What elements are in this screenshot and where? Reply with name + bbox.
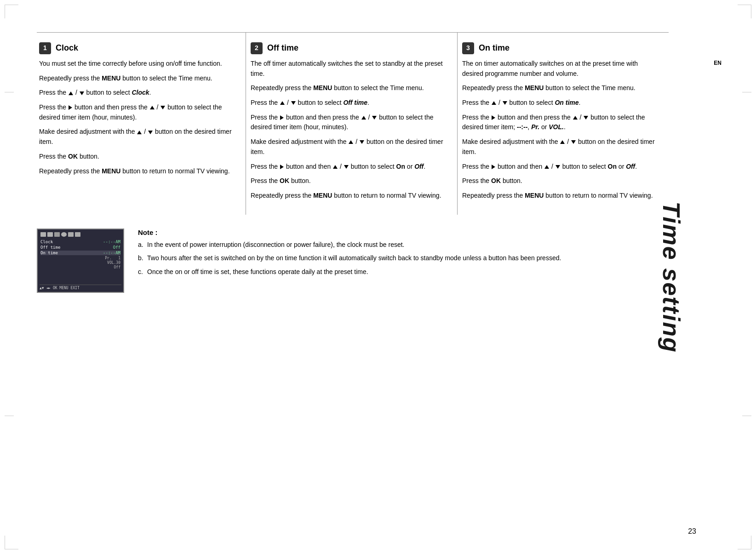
- section-number-3: 3: [462, 42, 474, 54]
- corner-bl: [5, 536, 18, 549]
- note-letter-a: a.: [138, 240, 143, 250]
- offtime-p1: The off timer automatically switches the…: [251, 59, 448, 79]
- clock-p1: You must set the time correctly before u…: [39, 59, 236, 69]
- note-item-c: c. Once the on or off time is set, these…: [138, 267, 669, 277]
- clock-p5: Make desired adjustment with the / butto…: [39, 127, 236, 147]
- tv-row-clock: Clock --:--AM: [40, 240, 120, 244]
- tv-ontime-value: --:--AM: [103, 251, 120, 255]
- column-clock: 1 Clock You must set the time correctly …: [37, 33, 246, 215]
- clock-p2: Repeatedly press the MENU button to sele…: [39, 74, 236, 84]
- tv-icon-4: [61, 232, 67, 237]
- page-number: 23: [688, 527, 696, 536]
- note-text-c: Once the on or off time is set, these fu…: [147, 268, 368, 275]
- tick-left-top: [5, 92, 14, 92]
- note-item-a: a. In the event of power interruption (d…: [138, 240, 669, 250]
- note-list: a. In the event of power interruption (d…: [138, 240, 669, 277]
- clock-p7: Repeatedly press the MENU button to retu…: [39, 166, 236, 177]
- ontime-p4: Press the button and then press the / bu…: [462, 113, 659, 132]
- corner-tl: [5, 5, 18, 18]
- bottom-section: Clock --:--AM Off time Off On time --:--…: [37, 228, 669, 293]
- tv-offtime-label: Off time: [40, 245, 60, 250]
- page-wrapper: EN Time setting 23 1 Clock You must set …: [0, 0, 756, 554]
- section-header-ontime: 3 On time: [462, 42, 659, 54]
- tv-icon-5: [68, 232, 74, 237]
- section-header-offtime: 2 Off time: [251, 42, 448, 54]
- tv-sub-off: Off: [40, 265, 120, 269]
- tv-row-ontime: On time --:--AM: [40, 251, 120, 255]
- offtime-p3: Press the / button to select Off time.: [251, 98, 448, 108]
- section-header-clock: 1 Clock: [39, 42, 236, 54]
- section-number-2: 2: [251, 42, 263, 54]
- tv-icon-2: [47, 232, 53, 237]
- tv-clock-value: --:--AM: [103, 240, 120, 244]
- clock-p3: Press the / button to select Clock.: [39, 88, 236, 98]
- tick-right-top: [742, 92, 751, 92]
- section-title-offtime: Off time: [267, 42, 298, 54]
- tv-clock-label: Clock: [40, 240, 53, 244]
- offtime-p8: Repeatedly press the MENU button to retu…: [251, 191, 448, 201]
- main-content: 1 Clock You must set the time correctly …: [37, 32, 669, 293]
- note-letter-c: c.: [138, 267, 143, 277]
- offtime-p7: Press the OK button.: [251, 176, 448, 186]
- note-text-b: Two hours after the set is switched on b…: [147, 254, 561, 262]
- tv-icon-1: [40, 232, 46, 237]
- tv-sub-vol: VOL.30: [40, 261, 120, 265]
- note-item-b: b. Two hours after the set is switched o…: [138, 253, 669, 263]
- tv-screen-container: Clock --:--AM Off time Off On time --:--…: [37, 228, 129, 293]
- tv-offtime-value: Off: [113, 245, 120, 250]
- offtime-p2: Repeatedly press the MENU button to sele…: [251, 83, 448, 93]
- clock-p4: Press the button and then press the / bu…: [39, 103, 236, 122]
- ontime-p3: Press the / button to select On time.: [462, 98, 659, 108]
- column-ontime: 3 On time The on timer automatically swi…: [458, 33, 669, 215]
- section-number-1: 1: [39, 42, 51, 54]
- tv-ontime-label: On time: [40, 251, 58, 255]
- note-letter-b: b.: [138, 253, 143, 263]
- tv-row-offtime: Off time Off: [40, 245, 120, 250]
- tick-right-bottom: [742, 416, 751, 416]
- column-offtime: 2 Off time The off timer automatically s…: [246, 33, 458, 215]
- tv-icon-6: [75, 232, 80, 237]
- offtime-p5: Make desired adjustment with the / butto…: [251, 137, 448, 157]
- offtime-p6: Press the button and then / button to se…: [251, 162, 448, 172]
- ontime-p7: Press the OK button.: [462, 176, 659, 186]
- tv-sub-pr: Pr. 1: [40, 256, 120, 260]
- corner-br: [738, 536, 751, 549]
- ontime-p8: Repeatedly press the MENU button to retu…: [462, 191, 659, 201]
- tv-icon-3: [54, 232, 60, 237]
- note-section: Note : a. In the event of power interrup…: [138, 228, 669, 281]
- ontime-p6: Press the button and then / button to se…: [462, 162, 659, 172]
- tv-toolbar: [40, 232, 120, 237]
- ontime-p2: Repeatedly press the MENU button to sele…: [462, 83, 659, 93]
- note-title: Note :: [138, 228, 669, 236]
- tv-screen: Clock --:--AM Off time Off On time --:--…: [37, 228, 124, 293]
- ontime-p5: Make desired adjustment with the / butto…: [462, 137, 659, 157]
- en-label: EN: [714, 60, 722, 66]
- ontime-p1: The on timer automatically switches on a…: [462, 59, 659, 79]
- note-text-a: In the event of power interruption (disc…: [147, 241, 405, 248]
- clock-p6: Press the OK button.: [39, 152, 236, 162]
- columns-row: 1 Clock You must set the time correctly …: [37, 32, 669, 215]
- section-title-ontime: On time: [479, 42, 510, 54]
- tv-bottom-bar: ▲▼ ◄► OK MENU EXIT: [40, 285, 121, 290]
- tick-left-bottom: [5, 416, 14, 416]
- offtime-p4: Press the button and then press the / bu…: [251, 113, 448, 132]
- section-title-clock: Clock: [56, 42, 78, 54]
- corner-tr: [738, 5, 751, 18]
